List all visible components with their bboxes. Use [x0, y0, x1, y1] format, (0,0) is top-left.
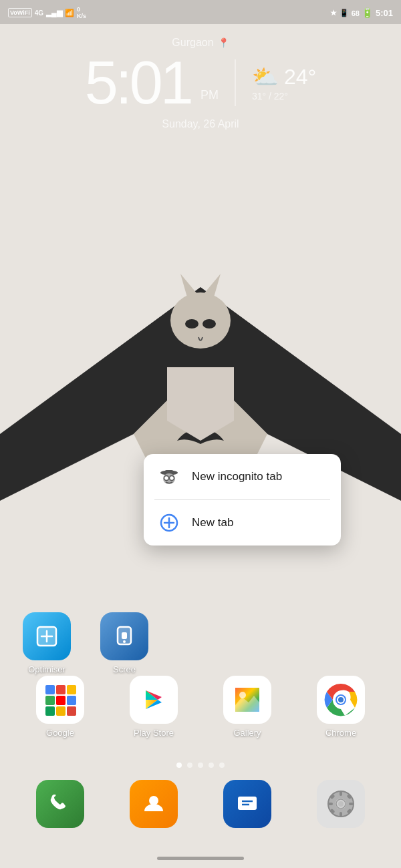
signal-4g: 4G [35, 9, 43, 17]
app-playstore[interactable]: Play Store [120, 676, 187, 738]
incognito-icon [157, 465, 181, 489]
app-row-1: Optimiser Scree [13, 612, 158, 674]
svg-point-32 [338, 801, 344, 807]
chrome-icon[interactable] [317, 676, 365, 724]
weather-icon: ⛅ [252, 64, 279, 89]
screen-icon[interactable] [100, 612, 148, 660]
svg-point-4 [203, 319, 216, 329]
app-row-2: Google [0, 676, 401, 738]
vibrate-icon: 📳 [340, 9, 349, 17]
wifi-icon: 📶 [65, 9, 74, 17]
google-icon[interactable] [36, 676, 84, 724]
bluetooth-icon: ★ [330, 9, 337, 17]
app-gallery[interactable]: Gallery [214, 676, 281, 738]
phone-icon[interactable] [36, 780, 84, 828]
app-screen[interactable]: Scree [91, 612, 158, 674]
clock-period: PM [200, 88, 219, 113]
page-dot-2 [187, 763, 192, 768]
weather-range: 31° / 22° [252, 91, 288, 101]
dock-phone[interactable] [36, 780, 84, 828]
page-dot-5 [219, 763, 225, 768]
date-display: Sunday, 26 April [0, 118, 401, 130]
page-dots [0, 763, 401, 768]
speed-indicator: 0K/s [77, 6, 86, 19]
new-tab-icon [157, 511, 181, 535]
chrome-label: Chrome [325, 728, 356, 738]
contacts-icon[interactable] [130, 780, 178, 828]
weather-section: ⛅ 24° 31° / 22° [252, 64, 316, 101]
svg-rect-18 [238, 797, 257, 810]
dock-messages[interactable] [223, 780, 271, 828]
context-menu: New incognito tab New tab [144, 454, 341, 546]
gallery-label: Gallery [233, 728, 261, 738]
battery-indicator: 68 🔋 [352, 7, 373, 18]
weather-divider [235, 59, 236, 106]
location-row: Gurgaon 📍 [0, 37, 401, 49]
dock [0, 780, 401, 828]
svg-point-17 [149, 796, 158, 805]
google-label: Google [46, 728, 74, 738]
settings-icon[interactable] [317, 780, 365, 828]
gallery-icon[interactable] [223, 676, 271, 724]
svg-rect-24 [340, 812, 342, 817]
status-right: ★ 📳 68 🔋 5:01 [330, 7, 393, 18]
clock-time: 5:01 [85, 53, 191, 113]
weather-icon-temp: ⛅ 24° [252, 64, 316, 89]
svg-point-36 [164, 476, 169, 481]
dock-settings[interactable] [317, 780, 365, 828]
svg-point-16 [338, 697, 344, 702]
messages-icon[interactable] [223, 780, 271, 828]
app-optimiser[interactable]: Optimiser [13, 612, 80, 674]
status-left: VoWiFi 4G ▂▄▆ 📶 0K/s [8, 6, 86, 19]
svg-point-8 [123, 640, 126, 643]
clock-row: 5:01 PM ⛅ 24° 31° / 22° [0, 53, 401, 113]
svg-point-11 [239, 692, 246, 698]
optimiser-label: Optimiser [28, 664, 65, 674]
context-new-tab[interactable]: New tab [144, 500, 341, 546]
dock-contacts[interactable] [130, 780, 178, 828]
clock-section: Gurgaon 📍 5:01 PM ⛅ 24° 31° / 22° Sunday… [0, 37, 401, 130]
svg-rect-26 [349, 803, 354, 805]
incognito-label: New incognito tab [192, 470, 282, 483]
app-chrome[interactable]: Chrome [307, 676, 374, 738]
svg-rect-25 [328, 803, 333, 805]
context-new-incognito[interactable]: New incognito tab [144, 454, 341, 499]
page-dot-1 [176, 763, 182, 768]
svg-rect-7 [122, 632, 127, 639]
status-time: 5:01 [376, 8, 393, 18]
new-tab-label: New tab [192, 516, 233, 529]
page-dot-4 [209, 763, 214, 768]
svg-point-3 [185, 319, 198, 329]
svg-rect-23 [340, 791, 342, 796]
screen-label: Scree [113, 664, 136, 674]
home-indicator[interactable] [157, 857, 244, 860]
playstore-icon[interactable] [130, 676, 178, 724]
status-bar: VoWiFi 4G ▂▄▆ 📶 0K/s ★ 📳 68 🔋 5:01 [0, 0, 401, 24]
playstore-label: Play Store [134, 728, 174, 738]
vowifi-indicator: VoWiFi [8, 8, 32, 17]
app-google[interactable]: Google [27, 676, 94, 738]
svg-point-37 [170, 476, 174, 481]
signal-bars-icon: ▂▄▆ [46, 9, 62, 17]
page-dot-3 [198, 763, 203, 768]
location-text: Gurgaon [172, 37, 213, 49]
weather-temp: 24° [284, 65, 316, 89]
location-pin-icon: 📍 [218, 37, 229, 48]
optimiser-icon[interactable] [23, 612, 71, 660]
svg-marker-1 [180, 274, 197, 297]
svg-marker-2 [204, 274, 221, 297]
